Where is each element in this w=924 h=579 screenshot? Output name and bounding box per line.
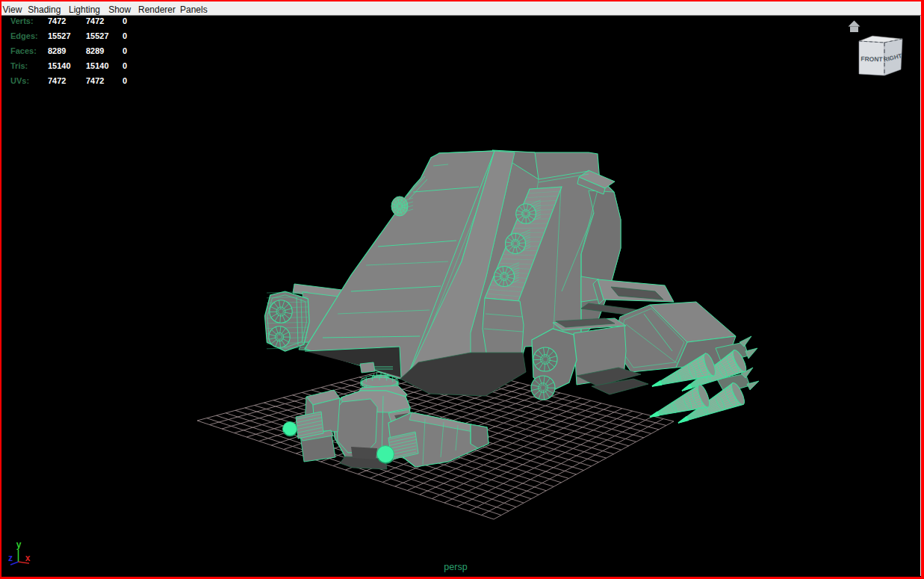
svg-text:z: z: [8, 553, 13, 563]
svg-text:x: x: [25, 553, 31, 563]
svg-text:y: y: [16, 539, 22, 550]
svg-text:persp: persp: [444, 562, 467, 572]
svg-text:FRONT: FRONT: [861, 55, 883, 63]
